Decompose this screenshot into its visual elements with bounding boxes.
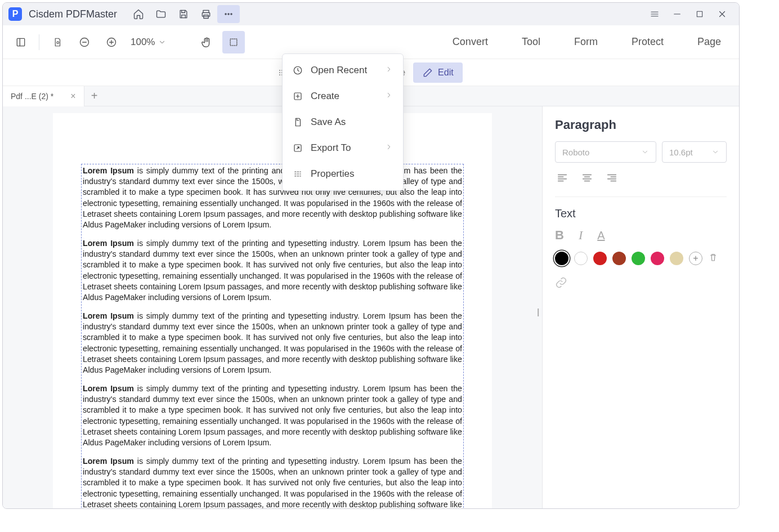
properties-panel: || Paragraph Roboto 10.6pt Text B I A <box>542 106 739 508</box>
more-dropdown-menu: Open Recent Create Save As Export To Pro… <box>282 53 404 191</box>
menu-label: Export To <box>311 142 351 154</box>
home-icon[interactable] <box>127 5 150 23</box>
paragraph[interactable]: Lorem Ipsum is simply dummy text of the … <box>83 311 462 375</box>
open-folder-icon[interactable] <box>150 5 172 23</box>
menu-open-recent[interactable]: Open Recent <box>283 57 403 83</box>
app-title: Cisdem PDFMaster <box>29 8 117 20</box>
nav-convert[interactable]: Convert <box>453 36 488 48</box>
document-viewport[interactable]: Lorem Ipsum is simply dummy text of the … <box>3 106 542 508</box>
save-icon[interactable] <box>172 5 195 23</box>
document-tab[interactable]: Pdf ...E (2) * × <box>3 86 84 106</box>
svg-point-7 <box>57 41 59 43</box>
sidebar-toggle-icon[interactable] <box>10 31 32 53</box>
svg-point-2 <box>225 14 226 15</box>
menu-label: Create <box>311 91 339 102</box>
text-heading: Text <box>555 207 727 220</box>
maximize-button[interactable] <box>688 5 711 23</box>
color-red[interactable] <box>593 252 607 265</box>
panel-resize-handle[interactable]: || <box>537 307 538 316</box>
zoom-out-icon[interactable] <box>73 31 96 53</box>
paragraph[interactable]: Lorem Ipsum is simply dummy text of the … <box>83 166 462 230</box>
edit-button[interactable]: Edit <box>413 62 463 83</box>
hand-tool-icon[interactable] <box>195 31 218 53</box>
menu-export-to[interactable]: Export To <box>283 135 403 161</box>
print-icon[interactable] <box>195 5 217 23</box>
color-green[interactable] <box>632 252 645 265</box>
page-settings-icon[interactable] <box>46 31 69 53</box>
color-tan[interactable] <box>670 252 683 265</box>
menu-create[interactable]: Create <box>283 83 403 109</box>
menu-label: Save As <box>311 117 346 128</box>
edit-label: Edit <box>438 68 454 78</box>
zoom-value: 100% <box>131 37 155 48</box>
svg-rect-10 <box>231 39 238 46</box>
color-pink[interactable] <box>651 252 664 265</box>
color-black[interactable] <box>555 252 568 265</box>
titlebar: P Cisdem PDFMaster <box>3 3 739 25</box>
link-icon[interactable] <box>555 276 727 291</box>
bold-button[interactable]: B <box>555 228 564 243</box>
paragraph[interactable]: Lorem Ipsum is simply dummy text of the … <box>83 238 462 303</box>
nav-protect[interactable]: Protect <box>632 36 664 48</box>
add-tab-button[interactable]: + <box>84 90 105 102</box>
menu-save-as[interactable]: Save As <box>283 109 403 135</box>
minimize-button[interactable] <box>666 5 688 23</box>
menu-properties[interactable]: Properties <box>283 161 403 187</box>
align-left-icon[interactable] <box>555 172 570 186</box>
nav-page[interactable]: Page <box>697 36 721 48</box>
align-center-icon[interactable] <box>580 172 594 186</box>
svg-rect-6 <box>17 38 24 46</box>
paragraph[interactable]: Lorem Ipsum is simply dummy text of the … <box>83 383 462 448</box>
svg-point-4 <box>231 14 232 15</box>
nav-tool[interactable]: Tool <box>522 36 540 48</box>
underline-button[interactable]: A <box>597 229 605 242</box>
zoom-level[interactable]: 100% <box>127 37 169 48</box>
paragraph[interactable]: Lorem Ipsum is simply dummy text of the … <box>83 456 462 508</box>
app-logo: P <box>8 7 22 21</box>
zoom-in-icon[interactable] <box>100 31 123 53</box>
more-menu-button[interactable] <box>217 5 240 23</box>
toolbar: 100% Convert Tool Form Protect Page Open… <box>3 25 739 59</box>
menu-label: Properties <box>311 168 354 180</box>
chevron-right-icon <box>385 142 393 154</box>
font-family-select[interactable]: Roboto <box>555 141 656 163</box>
menu-label: Open Recent <box>311 65 367 76</box>
paragraph-heading: Paragraph <box>555 118 727 132</box>
divider <box>39 34 39 50</box>
svg-rect-5 <box>697 11 702 16</box>
selected-text-block[interactable]: Lorem Ipsum is simply dummy text of the … <box>81 164 464 508</box>
italic-button[interactable]: I <box>579 228 583 243</box>
delete-color-icon[interactable] <box>708 252 718 265</box>
color-swatches: + <box>555 252 727 265</box>
chevron-right-icon <box>385 65 393 76</box>
nav-tabs: Convert Tool Form Protect Page <box>453 36 732 48</box>
close-tab-icon[interactable]: × <box>70 91 75 101</box>
close-window-button[interactable] <box>711 5 733 23</box>
align-right-icon[interactable] <box>605 172 619 186</box>
svg-point-3 <box>228 14 229 15</box>
font-size-select[interactable]: 10.6pt <box>662 141 727 163</box>
nav-form[interactable]: Form <box>574 36 598 48</box>
color-brown[interactable] <box>612 252 626 265</box>
add-color-button[interactable]: + <box>689 252 702 265</box>
chevron-right-icon <box>385 91 393 102</box>
document-page: Lorem Ipsum is simply dummy text of the … <box>53 113 492 508</box>
color-white[interactable] <box>574 252 588 265</box>
selection-tool-icon[interactable] <box>222 31 245 53</box>
tab-title: Pdf ...E (2) * <box>11 92 53 101</box>
hamburger-icon[interactable] <box>643 5 666 23</box>
